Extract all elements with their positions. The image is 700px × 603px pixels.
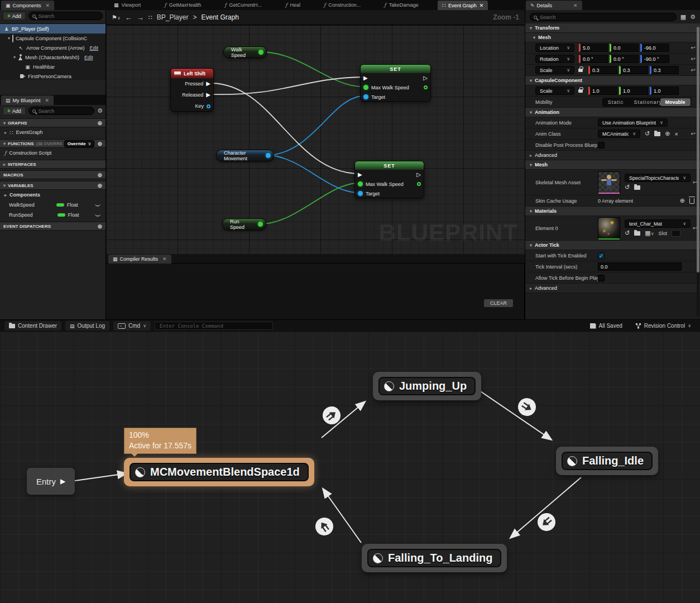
output-log-button[interactable]: ▤Output Log	[65, 321, 109, 331]
animation-mode-dropdown[interactable]: Use Animation Blueprint∨	[598, 118, 668, 127]
add-function-icon[interactable]: ⊕	[98, 141, 102, 147]
location-x-field[interactable]: 5.0	[579, 44, 608, 52]
actor-tick-section-header[interactable]: ▾Actor Tick	[525, 241, 700, 250]
tab-compiler-results[interactable]: ▦ Compiler Results ✕	[108, 255, 171, 264]
tree-item-bp-player[interactable]: ♟BP_Player (Self)	[0, 24, 106, 34]
tree-item-healthbar[interactable]: ▣Healthbar	[0, 62, 106, 71]
console-command-input[interactable]: Enter Console Command	[155, 322, 273, 330]
cmd-dropdown-button[interactable]: >_Cmd∨	[113, 321, 151, 331]
tab-getmaxhealth[interactable]: ƒGetMaxHealth	[160, 2, 205, 8]
capsule-scale-z-field[interactable]: 1.0	[650, 87, 679, 95]
graphs-section-header[interactable]: ▾GRAPHS⊕	[0, 118, 106, 127]
close-icon[interactable]: ✕	[45, 98, 50, 103]
event-graph-item[interactable]: ▸∷EventGraph	[0, 127, 106, 137]
mesh-section-header[interactable]: ▾Mesh	[525, 160, 700, 170]
edit-link[interactable]: Edit	[84, 55, 93, 60]
add-blueprint-item-button[interactable]: +Add	[3, 107, 26, 115]
exec-output-pin[interactable]: ▶	[206, 81, 210, 87]
rotation-y-field[interactable]: 0.0 °	[610, 55, 639, 63]
tick-interval-field[interactable]: 0.0	[598, 262, 682, 271]
skeletal-mesh-dropdown[interactable]: SpecialTopicsCharacter∨	[625, 174, 691, 182]
walk-speed-get-node[interactable]: Walk Speed	[223, 46, 267, 58]
clear-icon[interactable]: ×	[674, 131, 678, 137]
details-scrollbar[interactable]	[697, 27, 699, 316]
add-element-icon[interactable]: ⊕	[680, 197, 685, 204]
close-icon[interactable]: ✕	[573, 3, 578, 8]
breadcrumb-root[interactable]: BP_Player	[157, 13, 189, 21]
rotation-z-field[interactable]: -90.0 °	[640, 55, 669, 63]
lock-icon[interactable]	[578, 89, 583, 93]
add-graph-icon[interactable]: ⊕	[98, 120, 102, 126]
revision-control-button[interactable]: Revision Control∨	[631, 321, 696, 331]
tree-item-camera[interactable]: FirstPersonCamera	[0, 71, 106, 80]
components-search-input[interactable]: Search	[28, 12, 103, 20]
exec-output-pin[interactable]: ▷	[416, 172, 421, 178]
capsule-scale-x-field[interactable]: 1.0	[588, 87, 617, 95]
state-node-falling-to-landing[interactable]: Falling_To_Landing	[362, 544, 507, 572]
exec-output-pin[interactable]: ▷	[423, 75, 428, 81]
transform-mesh-subheader[interactable]: ▾Mesh	[525, 33, 700, 42]
tree-item-mesh[interactable]: ▾Mesh (CharacterMesh0)Edit	[0, 52, 106, 62]
state-node-falling-idle[interactable]: Falling_Idle	[556, 447, 658, 475]
variable-runspeed[interactable]: RunSpeedFloat	[0, 210, 106, 220]
close-icon[interactable]: ✕	[162, 256, 167, 262]
add-component-button[interactable]: +Add	[3, 12, 26, 20]
functions-section-header[interactable]: ▾FUNCTIONS(38 OVERRIDABLEOverride∨⊕	[0, 139, 106, 148]
transition-rule-icon[interactable]	[534, 509, 559, 534]
scale-y-field[interactable]: 0.3	[619, 66, 648, 74]
display-filter-icon[interactable]: ▦	[680, 13, 686, 21]
float-output-pin[interactable]	[258, 50, 263, 55]
target-input-pin[interactable]	[363, 94, 368, 99]
run-speed-get-node[interactable]: Run Speed	[222, 218, 266, 230]
animation-advanced-row[interactable]: ▸Advanced	[525, 151, 700, 160]
tab-takedamage[interactable]: ƒTakeDamage	[380, 2, 423, 8]
add-dispatcher-icon[interactable]: ⊕	[98, 223, 102, 229]
transition-rule-icon[interactable]	[312, 514, 337, 539]
location-y-field[interactable]: 0.0	[610, 44, 639, 52]
event-dispatchers-section-header[interactable]: EVENT DISPATCHERS⊕	[0, 222, 106, 231]
use-selected-asset-icon[interactable]: ↺	[645, 130, 650, 137]
scale-dropdown[interactable]: Scale∨	[535, 87, 574, 95]
chevron-down-icon[interactable]: ▾	[8, 36, 10, 41]
tab-event-graph[interactable]: ∷Event Graph✕	[438, 1, 488, 10]
clear-button[interactable]: CLEAR	[484, 299, 513, 307]
variables-section-header[interactable]: ▾VARIABLES⊕	[0, 181, 106, 190]
mobility-stationary-option[interactable]: Stationary	[629, 98, 660, 106]
browse-asset-icon[interactable]	[634, 185, 640, 190]
tree-item-arrow[interactable]: ↖Arrow Component (Arrow)Edit	[0, 43, 106, 52]
set-max-walk-speed-node-2[interactable]: SET ▶▷ Max Walk Speed Target	[354, 161, 424, 198]
animation-section-header[interactable]: ▾Animation	[525, 108, 700, 117]
rotation-dropdown[interactable]: Rotation∨	[535, 55, 574, 63]
add-variable-icon[interactable]: ⊕	[98, 183, 102, 189]
materials-section-header[interactable]: ▾Materials	[525, 207, 700, 216]
exec-input-pin[interactable]: ▶	[363, 75, 368, 81]
state-node-mcmovement[interactable]: MCMovementBlendSpace1d	[124, 458, 314, 486]
use-selected-asset-icon[interactable]: ↺	[625, 184, 630, 191]
texture-grid-icon[interactable]: ▦∨	[645, 229, 654, 237]
lock-icon[interactable]	[578, 69, 583, 72]
float-output-pin[interactable]	[417, 182, 421, 186]
target-input-pin[interactable]	[358, 191, 363, 196]
material-thumbnail[interactable]	[598, 217, 620, 240]
character-movement-get-node[interactable]: Character Movement	[216, 150, 274, 161]
event-graph-canvas[interactable]: Walk Speed Left Shift Pressed▶ Released▶…	[106, 25, 525, 254]
location-dropdown[interactable]: Location∨	[535, 44, 574, 52]
tab-components[interactable]: ▣ Components ✕	[1, 1, 54, 10]
forward-arrow-icon[interactable]: →	[137, 13, 144, 22]
chevron-right-icon[interactable]: ▸	[4, 130, 7, 135]
browse-asset-icon[interactable]	[634, 231, 640, 236]
float-input-pin[interactable]	[363, 85, 368, 90]
transition-rule-icon[interactable]	[515, 395, 539, 419]
capsule-scale-y-field[interactable]: 1.0	[619, 87, 648, 95]
location-z-field[interactable]: -96.0	[640, 44, 669, 52]
tick-enabled-checkbox[interactable]: ✓	[598, 252, 605, 259]
variable-walkspeed[interactable]: WalkSpeedFloat	[0, 200, 106, 210]
bookmark-icon[interactable]: ⚑∨	[112, 14, 121, 21]
left-shift-event-node[interactable]: Left Shift Pressed▶ Released▶ Key	[170, 68, 214, 112]
use-selected-asset-icon[interactable]: ↺	[625, 229, 630, 237]
scale-x-field[interactable]: 0.3	[588, 66, 617, 74]
close-icon[interactable]: ✕	[46, 3, 50, 8]
gear-icon[interactable]: ⚙	[690, 13, 696, 21]
construction-script-item[interactable]: ƒConstruction Script	[0, 148, 106, 158]
content-drawer-button[interactable]: Content Drawer	[4, 321, 61, 331]
